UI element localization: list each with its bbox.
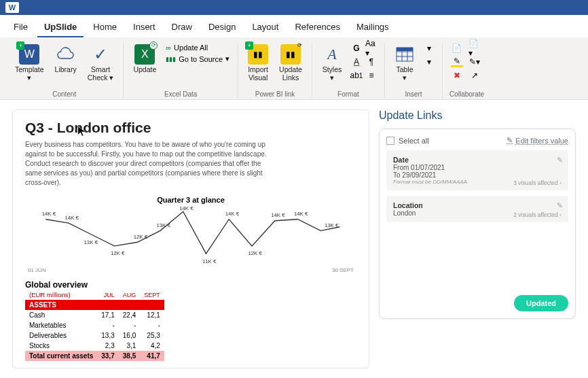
table-row: Marketables - - -	[25, 320, 164, 330]
pencil-icon: ✎	[557, 201, 563, 210]
table-icon	[394, 44, 415, 65]
svg-text:14K €: 14K €	[65, 215, 79, 221]
svg-rect-5	[397, 48, 413, 51]
location-label: Location	[393, 201, 562, 209]
edit-filters-link[interactable]: ✎ Edit filters value	[507, 136, 568, 145]
svg-text:11K €: 11K €	[202, 258, 217, 264]
excel-refresh-icon: X⟳	[134, 44, 155, 65]
content-group-label: Content	[52, 90, 76, 98]
tab-draw[interactable]: Draw	[165, 19, 199, 37]
smart-check-button[interactable]: ✓ SmartCheck ▾	[85, 43, 117, 83]
font-color-icon[interactable]: A	[350, 56, 363, 67]
col-jul: JUL	[97, 290, 118, 300]
align-icon[interactable]: ≡	[365, 70, 378, 81]
styles-button[interactable]: A Styles▾	[319, 43, 345, 83]
template-button[interactable]: W+ Template▾	[12, 43, 47, 83]
table-button[interactable]: Table▾	[392, 43, 418, 83]
tab-layout[interactable]: Layout	[245, 19, 285, 37]
table-label: Table	[396, 65, 413, 73]
pencil-icon: ✎	[557, 156, 563, 165]
export-icon[interactable]: ↗	[468, 70, 481, 81]
clear-icon[interactable]: ✖	[451, 70, 463, 81]
mark-icon[interactable]: ✎▾	[468, 56, 481, 67]
update-button[interactable]: X⟳ Update	[130, 43, 159, 75]
bold-icon[interactable]: G	[350, 43, 363, 54]
svg-text:14K €: 14K €	[294, 211, 308, 217]
go-to-source-button[interactable]: ▮▮▮ Go to Source ▾	[164, 54, 231, 64]
update-all-label: Update All	[174, 44, 208, 52]
svg-text:14K €: 14K €	[271, 212, 285, 218]
update-all-button[interactable]: ∞ Update All	[164, 43, 231, 52]
svg-text:14K €: 14K €	[179, 205, 194, 211]
template-label: Template	[15, 65, 44, 73]
tab-references[interactable]: References	[288, 19, 346, 37]
library-label: Library	[55, 66, 77, 74]
page-title: Q3 - London office	[25, 120, 356, 136]
share-icon[interactable]: 📄▾	[468, 43, 481, 54]
tab-insert[interactable]: Insert	[126, 19, 162, 37]
update-links-label: UpdateLinks	[279, 66, 302, 82]
ribbon-group-format: A Styles▾ G Aa ▾ A ¶ ab1 ≡ Format	[312, 43, 385, 98]
word-plus-icon: W+	[19, 44, 39, 65]
svg-text:13K €: 13K €	[156, 222, 170, 228]
ribbon-group-collaborate: 📄 📄▾ ✎ ✎▾ ✖ ↗ Collaborate	[443, 43, 491, 98]
import-visual-button[interactable]: ▮▮+ ImportVisual	[245, 43, 271, 83]
tab-design[interactable]: Design	[202, 19, 242, 37]
textbox-icon[interactable]: ▾	[423, 56, 435, 67]
assets-header: ASSETS	[25, 300, 164, 310]
svg-text:13K €: 13K €	[325, 222, 339, 228]
tab-mailings[interactable]: Mailings	[350, 19, 396, 37]
ribbon-group-content: W+ Template▾ Library ✓ SmartCheck ▾ Cont…	[5, 43, 124, 98]
collab-group-label: Collaborate	[449, 90, 484, 98]
check-icon: ✓	[90, 44, 111, 65]
ribbon-group-excel: X⟳ Update ∞ Update All ▮▮▮ Go to Source …	[124, 43, 238, 98]
format-group-label: Format	[337, 90, 359, 98]
cloud-icon	[56, 44, 76, 65]
date-label: Date	[393, 156, 562, 164]
styles-icon: A	[322, 44, 342, 65]
text-effect-icon[interactable]: ab1	[350, 70, 363, 81]
ribbon-group-pbi: ▮▮+ ImportVisual ▮▮⟳ UpdateLinks Power B…	[238, 43, 312, 98]
tab-upslide[interactable]: UpSlide	[37, 19, 84, 37]
tab-file[interactable]: File	[7, 19, 35, 37]
overview-heading: Global overview	[25, 280, 356, 290]
line-chart: 14K €14K € 13K €12K € 12K €13K € 14K €11…	[25, 204, 356, 265]
excel-group-label: Excel Data	[164, 90, 197, 98]
font-size-icon[interactable]: Aa ▾	[365, 43, 378, 54]
svg-text:13K €: 13K €	[84, 239, 98, 245]
library-button[interactable]: Library	[52, 43, 79, 75]
loop-icon: ∞	[166, 44, 171, 52]
paragraph-icon[interactable]: ¶	[365, 56, 378, 67]
table-row: Stocks 2,3 3,1 4,2	[25, 341, 164, 351]
svg-text:14K €: 14K €	[42, 211, 56, 217]
ribbon: W+ Template▾ Library ✓ SmartCheck ▾ Cont…	[0, 37, 588, 100]
pencil-icon: ✎	[507, 136, 513, 145]
update-links-button[interactable]: ▮▮⟳ UpdateLinks	[276, 43, 305, 83]
table-row: Deliverables 13,3 16,0 25,3	[25, 330, 164, 341]
updated-button[interactable]: Updated	[514, 295, 568, 311]
chart-line	[45, 211, 339, 254]
tab-home[interactable]: Home	[86, 19, 124, 37]
table-total-row: Total current assets 33,7 38,5 41,7	[25, 351, 164, 361]
side-title: Update Links	[379, 109, 576, 122]
document-panel: Q3 - London office Every business has co…	[12, 109, 369, 368]
svg-text:12K €: 12K €	[111, 250, 125, 256]
svg-text:14K €: 14K €	[225, 211, 240, 217]
pbi-group-label: Power BI link	[255, 90, 295, 98]
image-icon[interactable]: ▾	[423, 43, 435, 54]
pbi-import-icon: ▮▮+	[248, 44, 268, 65]
styles-label: Styles	[323, 65, 342, 73]
content-area: Q3 - London office Every business has co…	[0, 100, 588, 378]
go-to-source-label: Go to Source	[179, 55, 223, 63]
edit-filters-label: Edit filters value	[515, 137, 568, 145]
date-filter-card[interactable]: ✎ Date From 01/07/2021 To 29/09/2021 For…	[386, 150, 568, 190]
import-visual-label: ImportVisual	[248, 66, 268, 82]
send-icon[interactable]: 📄	[451, 43, 463, 54]
chart-title: Quarter 3 at glance	[25, 196, 356, 204]
highlight-icon[interactable]: ✎	[451, 56, 463, 67]
select-all-checkbox[interactable]: Select all	[386, 137, 429, 145]
location-filter-card[interactable]: ✎ Location London 2 visuals affected ›	[386, 196, 568, 222]
intro-paragraph: Every business has competitors. You have…	[25, 140, 276, 188]
bars-icon: ▮▮▮	[166, 56, 176, 63]
date-from: From 01/07/2021	[393, 164, 562, 171]
